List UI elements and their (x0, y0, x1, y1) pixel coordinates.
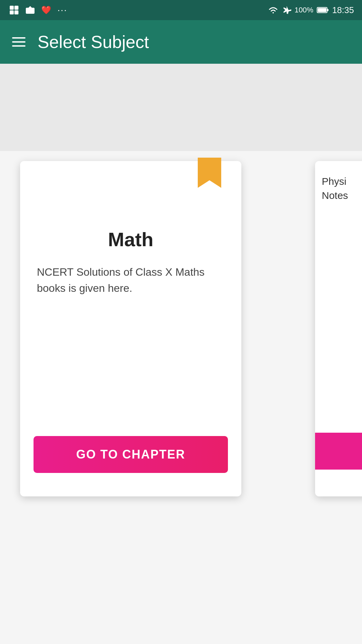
status-bar: ❤️ ··· 100% 18:35 (0, 0, 362, 20)
main-content: Math NCERT Solutions of Class X Maths bo… (0, 64, 362, 644)
app-icon-1 (8, 4, 20, 16)
battery-icon (317, 6, 329, 14)
svg-rect-0 (10, 6, 14, 10)
physics-card-partial-button (315, 433, 362, 470)
time-display: 18:35 (332, 5, 354, 15)
physics-card-partial: PhysiNotes (315, 161, 362, 496)
battery-percentage: 100% (295, 6, 313, 14)
svg-rect-7 (318, 8, 326, 12)
svg-rect-6 (327, 9, 328, 11)
svg-rect-4 (26, 8, 35, 14)
menu-line-3 (12, 45, 25, 47)
app-icon-2 (24, 4, 36, 16)
page-title: Select Subject (38, 32, 149, 52)
app-bar: Select Subject (0, 20, 362, 64)
go-to-chapter-button[interactable]: GO TO CHAPTER (34, 436, 228, 473)
status-bar-left: ❤️ ··· (8, 4, 68, 16)
app-icon-heart: ❤️ (40, 4, 52, 16)
cards-container: Math NCERT Solutions of Class X Maths bo… (0, 151, 362, 506)
math-card[interactable]: Math NCERT Solutions of Class X Maths bo… (20, 161, 241, 496)
status-bar-right: 100% 18:35 (268, 5, 354, 15)
math-card-description: NCERT Solutions of Class X Maths books i… (34, 264, 228, 296)
svg-rect-1 (14, 6, 18, 10)
math-card-title: Math (108, 228, 153, 251)
physics-card-partial-title: PhysiNotes (322, 174, 348, 203)
menu-line-1 (12, 37, 25, 39)
bookmark-icon (198, 158, 221, 188)
svg-rect-2 (10, 10, 14, 14)
airplane-icon (282, 5, 291, 15)
wifi-icon (268, 5, 279, 15)
ad-banner (0, 64, 362, 151)
bookmark-shape (198, 158, 221, 188)
menu-line-2 (12, 41, 25, 43)
app-icon-more: ··· (56, 4, 68, 16)
svg-rect-3 (14, 10, 18, 14)
menu-button[interactable] (12, 37, 25, 47)
